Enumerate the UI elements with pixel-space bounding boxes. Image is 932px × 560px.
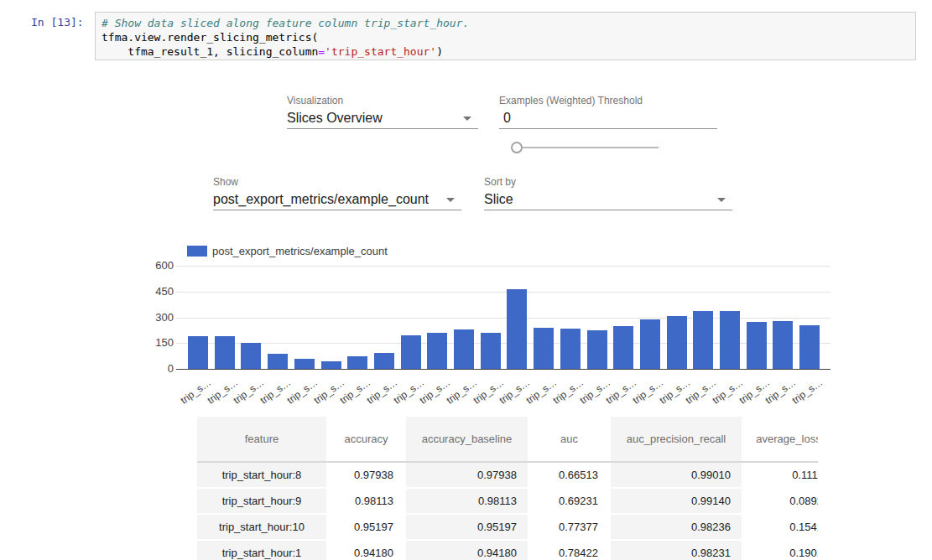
metric-cell: 0.99010 (610, 462, 742, 488)
y-axis-label: 450 (134, 285, 174, 298)
code-comment-line: # Show data sliced along feature column … (102, 16, 915, 30)
table-header-cell[interactable]: auc (528, 417, 610, 462)
bar-13[interactable] (534, 328, 554, 369)
y-axis-label: 0 (134, 362, 174, 375)
y-axis-label: 300 (134, 311, 174, 324)
code-line-2: tfma.view.render_slicing_metrics( (102, 30, 915, 44)
sortby-label: Sort by (484, 176, 516, 188)
y-axis-label: 600 (134, 259, 174, 272)
show-label: Show (213, 176, 238, 188)
metric-cell: 0.78422 (528, 540, 610, 560)
show-dropdown[interactable]: post_export_metrics/example_count (213, 191, 461, 210)
threshold-label: Examples (Weighted) Threshold (499, 95, 643, 106)
chevron-down-icon[interactable] (446, 198, 455, 202)
sortby-dropdown[interactable]: Slice (484, 191, 732, 210)
bar-1[interactable] (215, 336, 235, 369)
bar-0[interactable] (188, 336, 208, 369)
bar-4[interactable] (294, 359, 315, 369)
bar-22[interactable] (773, 321, 793, 369)
bar-15[interactable] (587, 330, 607, 369)
threshold-value: 0 (503, 111, 511, 125)
bar-21[interactable] (747, 322, 767, 369)
metric-cell: 0.1541 (742, 514, 818, 540)
metric-cell: 0.95197 (327, 514, 405, 540)
sortby-value: Slice (484, 192, 513, 206)
visualization-dropdown[interactable]: Slices Overview (287, 110, 478, 129)
metric-cell: 0.1111 (742, 462, 818, 488)
bar-20[interactable] (720, 311, 740, 369)
feature-cell: trip_start_hour:9 (197, 488, 327, 514)
legend-swatch (187, 246, 207, 257)
threshold-input[interactable]: 0 (499, 110, 717, 129)
table-header-cell[interactable]: auc_precision_recall (610, 417, 742, 462)
code-line-3: tfma_result_1, slicing_column='trip_star… (102, 44, 915, 59)
table-header-cell[interactable]: feature (197, 417, 327, 462)
feature-cell: trip_start_hour:8 (197, 462, 327, 488)
y-axis-label: 150 (134, 336, 174, 349)
visualization-label: Visualization (287, 95, 343, 106)
metric-cell: 0.97938 (405, 462, 528, 488)
metric-cell: 0.95197 (405, 514, 528, 540)
chevron-down-icon[interactable] (717, 198, 726, 202)
metrics-table-container: featureaccuracyaccuracy_baselineaucauc_p… (197, 417, 818, 560)
bar-10[interactable] (454, 329, 474, 369)
code-editor[interactable]: # Show data sliced along feature column … (95, 12, 916, 60)
x-axis-line (176, 369, 830, 370)
bar-7[interactable] (374, 353, 394, 369)
metric-cell: 0.66513 (528, 462, 610, 488)
bar-12[interactable] (507, 289, 527, 369)
bar-9[interactable] (427, 333, 447, 369)
bar-3[interactable] (268, 354, 288, 369)
feature-cell: trip_start_hour:10 (197, 514, 327, 540)
metric-cell: 0.0892 (742, 488, 818, 514)
table-row: trip_start_hour:90.981130.981130.692310.… (197, 488, 818, 514)
table-header-cell[interactable]: accuracy (327, 417, 405, 462)
slider-knob[interactable] (511, 142, 523, 153)
legend-label: post_export_metrics/example_count (212, 245, 388, 257)
gridline (176, 292, 830, 293)
metric-cell: 0.98113 (405, 488, 528, 514)
bar-17[interactable] (640, 319, 660, 369)
table-header-cell[interactable]: average_loss (742, 417, 818, 462)
metric-cell: 0.98236 (610, 514, 742, 540)
metric-cell: 0.77377 (528, 514, 610, 540)
show-value: post_export_metrics/example_count (213, 192, 429, 206)
metric-cell: 0.99140 (610, 488, 742, 514)
metric-cell: 0.98113 (327, 488, 405, 514)
feature-cell: trip_start_hour:1 (197, 540, 327, 560)
metrics-table: featureaccuracyaccuracy_baselineaucauc_p… (197, 417, 818, 560)
bar-16[interactable] (613, 326, 633, 369)
slider-track[interactable] (517, 147, 659, 148)
metric-cell: 0.97938 (327, 462, 405, 488)
bar-23[interactable] (799, 325, 820, 369)
table-row: trip_start_hour:80.979380.979380.665130.… (197, 462, 818, 488)
gridline (176, 266, 830, 267)
bar-14[interactable] (560, 329, 581, 369)
bar-18[interactable] (667, 316, 687, 369)
table-header-cell[interactable]: accuracy_baseline (405, 417, 528, 462)
bar-8[interactable] (401, 335, 421, 369)
bar-6[interactable] (347, 356, 367, 369)
metric-cell: 0.1901 (742, 540, 818, 560)
metric-cell: 0.98231 (610, 540, 742, 560)
visualization-value: Slices Overview (287, 111, 383, 125)
table-row: trip_start_hour:100.951970.951970.773770… (197, 514, 818, 540)
bar-5[interactable] (321, 361, 341, 369)
cell-prompt: In [13]: (31, 16, 84, 29)
metric-cell: 0.94180 (327, 540, 405, 560)
table-row: trip_start_hour:10.941800.941800.784220.… (197, 540, 818, 560)
chevron-down-icon[interactable] (463, 117, 471, 121)
notebook-page: In [13]: # Show data sliced along featur… (0, 0, 932, 560)
table-header-row: featureaccuracyaccuracy_baselineaucauc_p… (197, 417, 818, 462)
bar-2[interactable] (241, 343, 261, 369)
bar-11[interactable] (481, 333, 501, 369)
bar-19[interactable] (693, 311, 713, 369)
metric-cell: 0.69231 (528, 488, 610, 514)
metric-cell: 0.94180 (405, 540, 528, 560)
